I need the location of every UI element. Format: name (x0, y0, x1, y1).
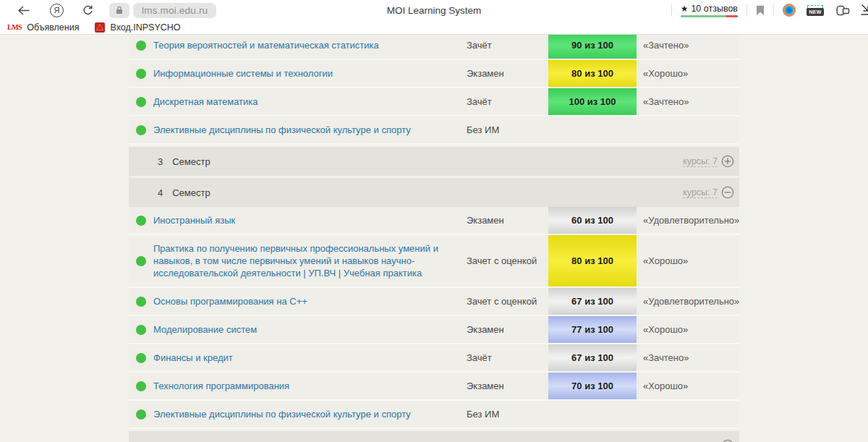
score-cell: 77 из 100 (548, 316, 637, 343)
grade-text: «Удовлетворительно» (637, 215, 739, 226)
course-row: Дискретная математика Зачёт 100 из 100 «… (129, 88, 739, 116)
page-title: MOI Learning System (318, 5, 550, 16)
exam-type: Экзамен (467, 324, 548, 335)
grade-text: «Хорошо» (637, 381, 739, 391)
bookmarks-bar: LMS Объявления Вход.INPSYCHO (0, 20, 868, 35)
reviews-count: 10 отзывов (691, 4, 738, 14)
semester-number: 3 (129, 156, 163, 167)
score-cell: 80 из 100 (548, 60, 637, 87)
emblem-icon (95, 22, 105, 33)
exam-type: Зачет с оценкой (467, 296, 548, 307)
score-cell: 67 из 100 (548, 288, 637, 315)
status-dot-icon (136, 325, 146, 335)
yandex-icon[interactable]: Я (50, 4, 64, 17)
score-cell: 90 из 100 (548, 35, 637, 59)
grade-text: «Зачтено» (637, 40, 739, 51)
score-cell (548, 116, 637, 143)
score-cell: 70 из 100 (548, 373, 637, 399)
exam-type: Экзамен (467, 381, 548, 391)
screenshot-new-icon[interactable]: NEW (806, 5, 825, 16)
courses-count-link[interactable]: курсы: 7 (683, 156, 718, 167)
course-name-link[interactable]: Основы программирования на C++ (153, 288, 467, 315)
semester-label: Семестр (163, 156, 210, 167)
status-dot-icon (136, 125, 146, 135)
refresh-icon[interactable] (82, 5, 93, 16)
score-cell: 100 из 100 (548, 88, 637, 115)
grade-text: «Зачтено» (637, 96, 739, 107)
expand-icon[interactable] (721, 439, 734, 442)
semester-label: Семестр (163, 187, 210, 198)
course-name-link[interactable]: Элективные дисциплины по физической куль… (153, 401, 467, 428)
new-badge: NEW (807, 8, 824, 16)
course-row: Основы программирования на C++ Зачет с о… (129, 288, 739, 316)
bookmark-item-inpsycho[interactable]: Вход.INPSYCHO (95, 22, 180, 33)
course-name-link[interactable]: Дискретная математика (153, 88, 467, 115)
grades-table: Теория вероятностей и математическая ста… (129, 35, 739, 442)
course-name-link[interactable]: Технология программирования (153, 373, 467, 399)
lock-icon[interactable] (109, 3, 129, 18)
semester-number: 4 (129, 187, 163, 198)
exam-type: Экзамен (467, 68, 548, 79)
status-dot-icon (136, 297, 146, 307)
score-cell: 67 из 100 (548, 344, 637, 371)
bookmark-item-announcements[interactable]: LMS Объявления (7, 22, 79, 33)
grade-text: «Зачтено» (637, 352, 739, 363)
exam-type: Зачёт (467, 40, 548, 51)
courses-count-link[interactable]: курсы: 7 (683, 187, 718, 198)
course-name-link[interactable]: Практика по получению первичных професси… (153, 235, 467, 286)
course-row: Элективные дисциплины по физической куль… (129, 401, 739, 429)
back-icon[interactable] (17, 6, 30, 15)
exam-type: Без ИМ (467, 124, 548, 135)
score-cell: 80 из 100 (548, 235, 637, 286)
toolbar-divider (746, 4, 747, 16)
download-icon[interactable] (860, 4, 868, 17)
course-row: Технология программирования Экзамен 70 и… (129, 373, 739, 401)
collapse-icon[interactable] (721, 186, 734, 199)
course-row: Практика по получению первичных професси… (129, 235, 739, 288)
tab-groups-icon[interactable] (836, 4, 850, 17)
course-name-link[interactable]: Элективные дисциплины по физической куль… (153, 116, 467, 143)
exam-type: Без ИМ (467, 409, 548, 420)
status-dot-icon (136, 381, 146, 391)
bookmark-flag-icon[interactable] (756, 5, 765, 16)
course-name-link[interactable]: Информационные системы и технологии (153, 60, 467, 87)
course-row: Финансы и кредит Зачёт 67 из 100 «Зачтен… (129, 344, 739, 373)
status-dot-icon (136, 69, 146, 79)
status-dot-icon (136, 353, 146, 363)
score-cell (548, 401, 637, 428)
semester-row: 4 Семестр курсы: 7 (129, 178, 739, 207)
course-name-link[interactable]: Иностранный язык (153, 207, 467, 234)
status-dot-icon (136, 409, 146, 420)
course-row: Информационные системы и технологии Экза… (129, 60, 739, 88)
semester-row: 3 Семестр курсы: 7 (129, 147, 739, 176)
course-name-link[interactable]: Теория вероятностей и математическая ста… (153, 35, 467, 59)
status-dot-icon (136, 256, 146, 266)
status-dot-icon (136, 97, 146, 107)
toolbar-divider (671, 4, 672, 16)
exam-type: Зачёт (467, 96, 548, 107)
bookmark-label: Вход.INPSYCHO (110, 22, 180, 33)
toolbar-divider (773, 4, 774, 16)
course-name-link[interactable]: Финансы и кредит (153, 344, 467, 371)
address-bar[interactable]: lms.moi.edu.ru (133, 3, 216, 18)
star-icon: ★ (681, 4, 689, 13)
reviews-button[interactable]: ★ 10 отзывов (681, 4, 738, 17)
status-dot-icon (136, 216, 146, 226)
grade-text: «Хорошо» (637, 324, 739, 335)
extension-globe-icon[interactable] (783, 4, 796, 17)
status-dot-icon (136, 41, 146, 51)
expand-icon[interactable] (721, 155, 734, 168)
exam-type: Зачёт (467, 352, 548, 363)
course-row: Элективные дисциплины по физической куль… (129, 116, 739, 145)
grade-text: «Хорошо» (637, 255, 739, 266)
course-row: Теория вероятностей и математическая ста… (129, 35, 739, 60)
lms-logo-icon: LMS (7, 23, 22, 31)
course-name-link[interactable]: Моделирование систем (153, 316, 467, 343)
course-row: Иностранный язык Экзамен 60 из 100 «Удов… (129, 207, 739, 235)
bookmark-label: Объявления (27, 22, 79, 33)
exam-type: Экзамен (467, 215, 548, 226)
score-cell: 60 из 100 (548, 207, 637, 234)
reviews-rating-bar (681, 15, 738, 17)
grade-text: «Удовлетворительно» (637, 296, 739, 307)
browser-toolbar: Я lms.moi.edu.ru MOI Learning System ★ 1… (0, 0, 868, 20)
